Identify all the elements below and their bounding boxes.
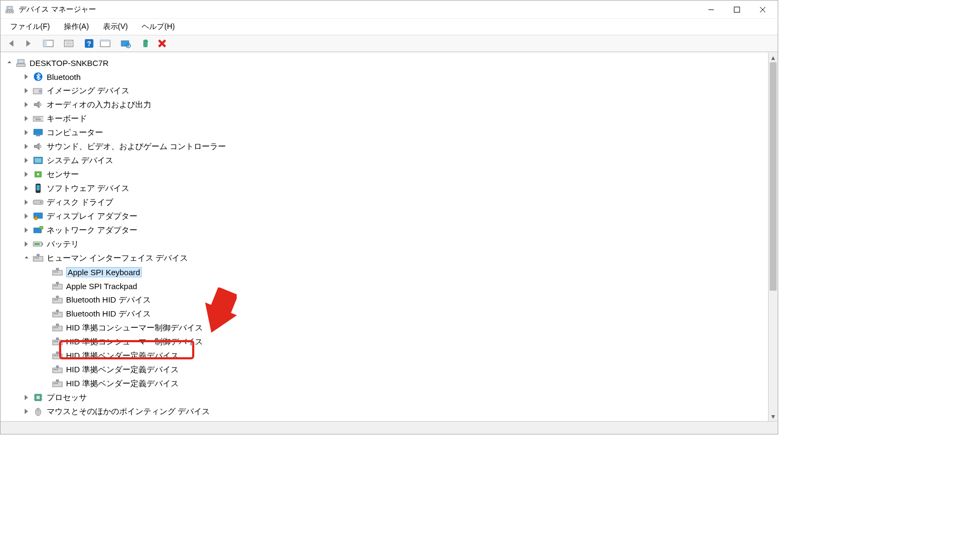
imaging-icon xyxy=(33,86,43,95)
tree-category-3[interactable]: キーボード xyxy=(5,112,778,126)
tree-category-4[interactable]: コンピューター xyxy=(5,126,778,139)
tree-category-6[interactable]: システム デバイス xyxy=(5,153,778,167)
svg-rect-85 xyxy=(57,341,58,342)
menu-file[interactable]: ファイル(F) xyxy=(4,20,56,34)
tree-category-0[interactable]: Bluetooth xyxy=(5,70,778,84)
svg-rect-36 xyxy=(36,135,40,136)
expander-icon[interactable] xyxy=(22,184,31,193)
expander-icon[interactable] xyxy=(22,86,31,95)
tree-root[interactable]: DESKTOP-SNKBC7R xyxy=(5,56,778,70)
menu-action[interactable]: 操作(A) xyxy=(57,20,96,34)
svg-rect-57 xyxy=(53,270,62,275)
expander-icon[interactable] xyxy=(22,198,31,207)
enable-device-button[interactable] xyxy=(138,36,154,50)
tree-item-label: Bluetooth xyxy=(47,72,81,82)
tree-device-13-7[interactable]: HID 準拠ベンダー定義デバイス xyxy=(5,363,778,377)
tree-device-13-1[interactable]: Apple SPI Trackpad xyxy=(5,279,778,293)
hid-icon xyxy=(52,295,63,305)
svg-rect-86 xyxy=(56,338,59,340)
hid-icon xyxy=(33,253,43,263)
tree-item-label: サウンド、ビデオ、およびゲーム コントローラー xyxy=(47,142,226,152)
svg-rect-6 xyxy=(734,7,740,12)
hid-icon xyxy=(52,267,63,277)
svg-rect-67 xyxy=(53,298,62,303)
tree-item-label: センサー xyxy=(47,170,79,180)
tree-item-label: オーディオの入力および出力 xyxy=(47,100,151,110)
scroll-thumb[interactable] xyxy=(770,62,777,291)
tree-item-label: HID 準拠コンシューマー制御デバイス xyxy=(66,323,203,333)
expander-icon[interactable] xyxy=(22,128,31,137)
tree-item-label: HID 準拠ベンダー定義デバイス xyxy=(66,365,179,375)
svg-rect-51 xyxy=(34,243,40,245)
tree-item-label: マウスとそのほかのポインティング デバイス xyxy=(47,407,210,417)
titlebar: デバイス マネージャー xyxy=(1,1,778,19)
help-button[interactable]: ? xyxy=(81,36,97,50)
scroll-up-button[interactable]: ▴ xyxy=(769,53,778,62)
svg-rect-69 xyxy=(55,299,56,300)
tree-device-13-5[interactable]: HID 準拠コンシューマー制御デバイス xyxy=(5,335,778,349)
scroll-down-button[interactable]: ▾ xyxy=(769,411,778,421)
menu-view[interactable]: 表示(V) xyxy=(97,20,135,34)
expander-icon[interactable] xyxy=(22,226,31,234)
expander-icon[interactable] xyxy=(22,212,31,220)
maximize-button[interactable] xyxy=(724,2,750,18)
menubar: ファイル(F) 操作(A) 表示(V) ヘルプ(H) xyxy=(1,19,778,35)
tree-item-label: キーボード xyxy=(47,114,87,124)
expander-icon[interactable] xyxy=(22,114,31,123)
tree-device-13-8[interactable]: HID 準拠ベンダー定義デバイス xyxy=(5,377,778,390)
forward-button[interactable] xyxy=(20,36,36,50)
expander-icon[interactable] xyxy=(22,100,31,109)
expander-icon[interactable] xyxy=(22,156,31,165)
expander-icon[interactable] xyxy=(22,142,31,151)
tree-category-14[interactable]: プロセッサ xyxy=(5,390,778,404)
sensor-icon xyxy=(33,170,43,179)
tree-category-12[interactable]: バッテリ xyxy=(5,237,778,251)
scrollbar[interactable]: ▴ ▾ xyxy=(768,53,778,421)
svg-rect-81 xyxy=(56,324,59,326)
tree-category-8[interactable]: ソフトウェア デバイス xyxy=(5,181,778,195)
expander-none xyxy=(41,379,50,388)
minimize-button[interactable] xyxy=(698,2,724,18)
tree-category-5[interactable]: サウンド、ビデオ、およびゲーム コントローラー xyxy=(5,139,778,153)
tree-device-13-4[interactable]: HID 準拠コンシューマー制御デバイス xyxy=(5,321,778,335)
tree-category-2[interactable]: オーディオの入力および出力 xyxy=(5,98,778,112)
back-button[interactable] xyxy=(4,36,20,50)
tree-device-13-0[interactable]: Apple SPI Keyboard xyxy=(5,265,778,279)
svg-rect-53 xyxy=(34,257,35,259)
tree-device-13-3[interactable]: Bluetooth HID デバイス xyxy=(5,307,778,321)
svg-rect-73 xyxy=(54,313,55,314)
expander-icon[interactable] xyxy=(22,72,31,81)
network-icon xyxy=(33,225,43,235)
app-icon xyxy=(5,5,14,14)
tree-category-15[interactable]: マウスとそのほかのポインティング デバイス xyxy=(5,404,778,418)
expander-icon[interactable] xyxy=(22,170,31,179)
system-icon xyxy=(33,156,43,165)
uninstall-device-button[interactable] xyxy=(154,36,170,50)
svg-rect-82 xyxy=(53,340,62,345)
expander-icon[interactable] xyxy=(5,58,13,67)
properties-button[interactable] xyxy=(61,36,77,50)
expander-icon[interactable] xyxy=(22,254,31,262)
update-driver-button[interactable] xyxy=(97,36,113,50)
tree-device-13-6[interactable]: HID 準拠ベンダー定義デバイス xyxy=(5,349,778,363)
expander-icon[interactable] xyxy=(22,407,31,416)
device-tree[interactable]: DESKTOP-SNKBC7R Bluetooth イメージング デバイス オー… xyxy=(1,53,778,421)
tree-item-label: プロセッサ xyxy=(47,393,87,403)
tree-category-10[interactable]: ディスプレイ アダプター xyxy=(5,209,778,223)
tree-category-13[interactable]: ヒューマン インターフェイス デバイス xyxy=(5,251,778,265)
tree-category-1[interactable]: イメージング デバイス xyxy=(5,84,778,98)
scan-hardware-button[interactable] xyxy=(118,36,134,50)
svg-rect-70 xyxy=(57,299,58,300)
tree-category-9[interactable]: ディスク ドライブ xyxy=(5,195,778,209)
svg-rect-29 xyxy=(33,116,43,121)
tree-item-label: Bluetooth HID デバイス xyxy=(66,309,151,319)
menu-help[interactable]: ヘルプ(H) xyxy=(135,20,181,34)
tree-category-11[interactable]: ネットワーク アダプター xyxy=(5,223,778,237)
tree-category-7[interactable]: センサー xyxy=(5,167,778,181)
computer-icon xyxy=(33,128,43,137)
show-hide-console-tree-button[interactable] xyxy=(40,36,56,50)
expander-icon[interactable] xyxy=(22,393,31,402)
expander-icon[interactable] xyxy=(22,240,31,248)
tree-device-13-2[interactable]: Bluetooth HID デバイス xyxy=(5,293,778,307)
close-button[interactable] xyxy=(750,2,776,18)
